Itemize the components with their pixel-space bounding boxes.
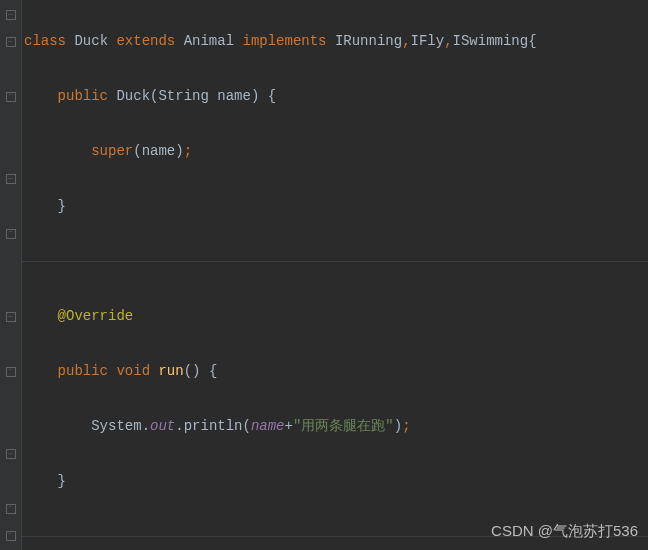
gutter-blank [0,276,21,303]
out-field: out [150,418,175,434]
parent-class: Animal [184,33,234,49]
fold-icon[interactable]: − [0,440,21,467]
code-line: public void run() { [24,358,648,386]
gutter: − − ˆ − ˆ − ˆ − ˆ ˆ [0,0,22,550]
keyword-class: class [24,33,66,49]
keyword-void: void [116,363,150,379]
gutter-blank [0,56,21,83]
constructor-name: Duck [116,88,150,104]
fold-icon[interactable]: − [0,303,21,330]
annotation-override: @Override [58,308,134,324]
code-editor[interactable]: − − ˆ − ˆ − ˆ − ˆ ˆ class Duck extends A… [0,0,648,550]
interface: IRunning [335,33,402,49]
gutter-blank [0,111,21,138]
fold-icon[interactable]: − [0,28,21,55]
gutter-blank [0,330,21,357]
println-method: println [184,418,243,434]
keyword-extends: extends [116,33,175,49]
keyword-super: super [91,143,133,159]
fold-icon[interactable]: ˆ [0,523,21,550]
fold-icon[interactable]: ˆ [0,358,21,385]
keyword-implements: implements [242,33,326,49]
name-field: name [251,418,285,434]
code-line: } [24,193,648,221]
keyword-public: public [58,88,108,104]
code-line: System.out.println(name+"用两条腿在跑"); [24,413,648,441]
code-line: } [24,468,648,496]
fold-icon[interactable]: − [0,166,21,193]
keyword-public: public [58,363,108,379]
string-literal: "用两条腿在跑" [293,418,394,434]
interface: IFly [411,33,445,49]
interface: ISwimming [453,33,529,49]
fold-icon[interactable]: − [0,1,21,28]
code-line: @Override [24,303,648,331]
method-name: run [158,363,183,379]
gutter-blank [0,385,21,412]
code-line: public Duck(String name) { [24,83,648,111]
code-line: super(name); [24,138,648,166]
system-class: System [91,418,141,434]
arg: name [142,143,176,159]
code-area[interactable]: class Duck extends Animal implements IRu… [22,0,648,550]
gutter-blank [0,193,21,220]
code-line: class Duck extends Animal implements IRu… [24,28,648,56]
gutter-blank [0,413,21,440]
gutter-blank [0,138,21,165]
gutter-blank [0,248,21,275]
class-name: Duck [74,33,108,49]
fold-icon[interactable]: ˆ [0,83,21,110]
fold-icon[interactable]: ˆ [0,495,21,522]
param-name: name [217,88,251,104]
watermark: CSDN @气泡苏打536 [491,517,638,545]
gutter-blank [0,468,21,495]
separator-line [24,248,648,276]
param-type: String [158,88,208,104]
fold-icon[interactable]: ˆ [0,221,21,248]
